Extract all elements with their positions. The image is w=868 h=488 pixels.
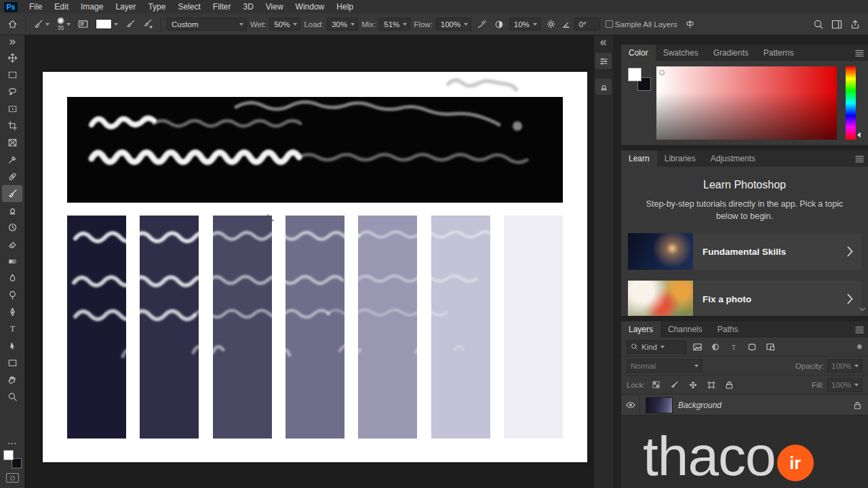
layer-thumbnail[interactable] <box>646 397 673 413</box>
tab-adjustments[interactable]: Adjustments <box>703 150 763 167</box>
tab-paths[interactable]: Paths <box>710 321 746 338</box>
panel-menu-icon[interactable] <box>855 326 864 333</box>
crop-tool[interactable] <box>2 117 22 134</box>
eyedropper-tool[interactable] <box>2 151 22 168</box>
color-swatches[interactable] <box>3 450 22 468</box>
spot-healing-tool[interactable] <box>2 168 22 185</box>
menu-view[interactable]: View <box>260 0 290 14</box>
smoothing-field[interactable]: 10% <box>509 18 540 30</box>
path-selection-tool[interactable] <box>2 338 22 354</box>
angle-field[interactable]: 0° <box>574 18 600 30</box>
hand-tool[interactable] <box>2 371 22 388</box>
rectangle-tool[interactable] <box>2 354 22 371</box>
filter-shape-layers-button[interactable] <box>745 340 760 354</box>
fill-select[interactable]: 100% <box>827 378 863 392</box>
tab-gradients[interactable]: Gradients <box>706 45 756 61</box>
foreground-color-swatch[interactable] <box>628 68 642 81</box>
expand-panel-chevron-icon[interactable] <box>8 37 16 47</box>
load-brush-button[interactable] <box>123 16 138 33</box>
quick-mask-button[interactable] <box>6 473 19 483</box>
paint-symmetry-button[interactable] <box>683 16 697 33</box>
menu-help[interactable]: Help <box>330 0 359 14</box>
lock-position-button[interactable] <box>686 378 701 392</box>
mixer-brush-tool[interactable] <box>2 185 22 202</box>
tool-preset-picker[interactable] <box>31 16 52 33</box>
saturation-brightness-picker[interactable] <box>656 66 837 140</box>
menu-3d[interactable]: 3D <box>237 0 259 14</box>
menu-edit[interactable]: Edit <box>48 0 75 14</box>
share-button[interactable] <box>848 16 863 33</box>
lock-artboard-button[interactable] <box>704 378 719 392</box>
filter-smart-objects-button[interactable] <box>763 340 778 354</box>
learn-topic-fix-a-photo[interactable]: Fix a photo <box>628 281 861 316</box>
tab-color[interactable]: Color <box>621 45 656 61</box>
layer-visibility-toggle[interactable] <box>621 395 640 415</box>
brush-settings-panel-button[interactable] <box>595 53 612 69</box>
menu-layer[interactable]: Layer <box>109 0 142 14</box>
panel-menu-icon[interactable] <box>855 49 864 57</box>
toggle-brush-settings-button[interactable] <box>76 16 90 33</box>
tab-learn[interactable]: Learn <box>621 150 657 167</box>
layer-filter-kind-select[interactable]: Kind <box>627 340 686 354</box>
type-tool[interactable]: T <box>2 321 22 338</box>
menu-image[interactable]: Image <box>75 0 109 14</box>
foreground-color-swatch[interactable] <box>3 450 14 460</box>
layer-row-background[interactable]: Background <box>621 395 868 415</box>
menu-file[interactable]: File <box>23 0 48 14</box>
hue-slider[interactable] <box>846 66 856 140</box>
clone-source-panel-button[interactable] <box>595 79 612 95</box>
tab-libraries[interactable]: Libraries <box>657 150 703 167</box>
menu-window[interactable]: Window <box>290 0 331 14</box>
edit-toolbar-icon[interactable] <box>7 442 17 445</box>
layer-name[interactable]: Background <box>678 401 854 410</box>
gradient-tool[interactable] <box>2 253 22 270</box>
mix-field[interactable]: 51% <box>379 18 410 30</box>
preset-combo[interactable]: Custom <box>167 18 247 30</box>
load-field[interactable]: 30% <box>327 18 358 30</box>
sample-all-layers-checkbox[interactable] <box>606 20 613 28</box>
wet-field[interactable]: 50% <box>269 18 300 30</box>
blur-tool[interactable] <box>2 270 22 287</box>
filter-pixel-layers-button[interactable] <box>690 340 705 354</box>
lasso-tool[interactable] <box>2 83 22 100</box>
lock-transparent-pixels-button[interactable] <box>649 378 664 392</box>
search-button[interactable] <box>811 16 826 33</box>
menu-filter[interactable]: Filter <box>207 0 237 14</box>
collapse-panel-chevron-icon[interactable] <box>599 38 608 47</box>
filter-type-layers-button[interactable]: T <box>726 340 741 354</box>
lock-image-pixels-button[interactable] <box>667 378 682 392</box>
document-canvas[interactable] <box>43 72 587 462</box>
smoothing-control[interactable] <box>492 16 506 33</box>
brush-preset-picker[interactable]: 35 <box>55 16 73 33</box>
tab-patterns[interactable]: Patterns <box>756 45 802 61</box>
current-brush-load-swatch[interactable] <box>94 16 120 33</box>
filter-toggle-icon[interactable] <box>856 344 863 350</box>
pen-tool[interactable] <box>2 304 22 321</box>
scroll-down-icon[interactable] <box>859 307 866 312</box>
tab-layers[interactable]: Layers <box>621 321 660 338</box>
home-button[interactable] <box>5 16 20 33</box>
flow-field[interactable]: 100% <box>436 18 471 30</box>
dodge-tool[interactable] <box>2 287 22 304</box>
blend-mode-select[interactable]: Normal <box>627 359 703 373</box>
clone-stamp-tool[interactable] <box>2 202 22 219</box>
workspace-switcher-button[interactable] <box>829 16 844 33</box>
clean-brush-button[interactable] <box>141 16 155 33</box>
menu-type[interactable]: Type <box>142 0 172 14</box>
tab-swatches[interactable]: Swatches <box>656 45 706 61</box>
brush-settings-button[interactable] <box>544 16 558 33</box>
panel-menu-icon[interactable] <box>855 155 864 163</box>
frame-tool[interactable] <box>2 134 22 151</box>
tab-channels[interactable]: Channels <box>660 321 710 338</box>
object-selection-tool[interactable] <box>2 100 22 117</box>
panel-color-swatches[interactable] <box>628 68 651 91</box>
filter-adjustment-layers-button[interactable] <box>708 340 723 354</box>
history-brush-tool[interactable] <box>2 219 22 236</box>
marquee-tool[interactable] <box>2 66 22 83</box>
learn-topic-fundamental-skills[interactable]: Fundamental Skills <box>628 233 861 270</box>
zoom-tool[interactable] <box>2 388 22 405</box>
lock-all-button[interactable] <box>722 378 737 392</box>
opacity-select[interactable]: 100% <box>827 359 863 373</box>
move-tool[interactable] <box>2 49 22 66</box>
eraser-tool[interactable] <box>2 236 22 253</box>
